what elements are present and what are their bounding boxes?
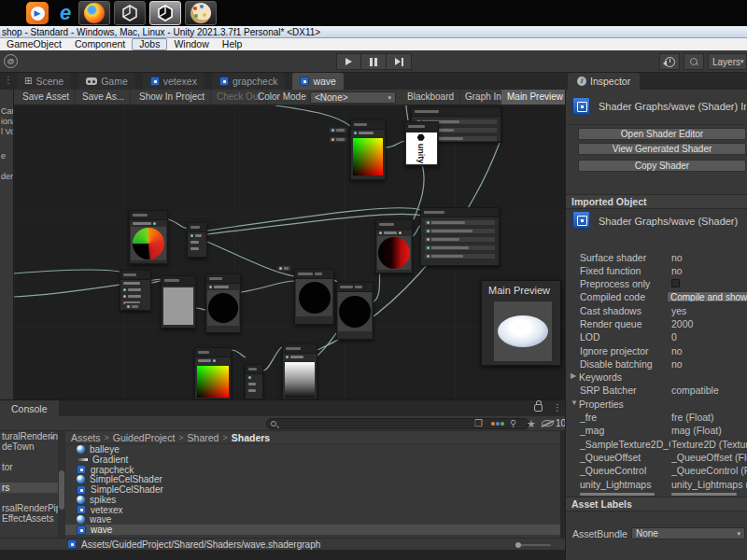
menu-item-component[interactable]: Component — [68, 38, 132, 50]
editor-tab-row: ⋮ ⊞SceneGamevetexexgrapcheckwave i Inspe… — [0, 73, 747, 90]
unity-hub-icon[interactable] — [114, 1, 146, 25]
open-shader-editor-button[interactable]: Open Shader Editor — [578, 128, 746, 140]
menu-item-gameobject[interactable]: GameObject — [0, 38, 68, 50]
label-filter-icon[interactable]: ⚲ — [510, 418, 516, 428]
copy-shader-button[interactable]: Copy Shader — [578, 160, 746, 172]
graph-port-pill[interactable] — [329, 136, 347, 143]
compile-and-show-code-button[interactable]: Compile and show c — [667, 291, 747, 302]
bottom-strip — [0, 550, 565, 560]
menu-item-window[interactable]: Window — [167, 38, 215, 50]
breadcrumb-item-assets[interactable]: Assets — [71, 432, 101, 443]
graph-node-gray-preview[interactable] — [161, 275, 196, 329]
panel-menu-icon[interactable]: ⋮ — [4, 75, 13, 85]
graph-node-master-fragment[interactable] — [420, 207, 500, 266]
graph-node-polar-coordinates[interactable] — [129, 210, 168, 264]
view-generated-shader-button[interactable]: View Generated Shader — [578, 143, 746, 155]
open-window-icon[interactable]: ❐ — [474, 418, 483, 428]
foldout-label[interactable]: Keywords — [579, 371, 669, 383]
tab-inspector[interactable]: i Inspector — [568, 73, 640, 90]
inspector-row-disable-batching: Disable batchingno — [566, 357, 747, 370]
material-icon — [77, 475, 85, 483]
shader-asset-icon — [572, 211, 590, 229]
breadcrumb-item-guidedproject[interactable]: GuidedProject — [113, 432, 176, 443]
graph-node-circle-1[interactable] — [205, 273, 241, 333]
pause-button[interactable] — [361, 53, 387, 70]
file-row-spikes[interactable]: spikes — [65, 495, 560, 505]
breadcrumb-item-shared[interactable]: Shared — [188, 432, 219, 443]
foldout-open-icon[interactable]: ▼ — [571, 399, 578, 407]
play-button[interactable] — [336, 53, 361, 70]
main-preview-button[interactable]: Main Preview — [501, 90, 570, 105]
tree-item-effectassets[interactable]: EffectAssets — [0, 513, 58, 524]
unity-editor-active-icon[interactable] — [149, 1, 181, 25]
file-row-gradient[interactable]: Gradient — [65, 455, 560, 465]
assetbundle-dropdown[interactable]: None▾ — [631, 527, 745, 539]
color-mode-dropdown[interactable]: <None>▾ — [310, 91, 396, 104]
tree-item-tor[interactable]: tor — [0, 462, 58, 472]
tree-scrollbar[interactable] — [58, 431, 65, 547]
save-asset-button[interactable]: Save Asset — [17, 90, 76, 105]
internet-explorer-icon[interactable]: e — [54, 2, 77, 24]
main-preview-panel[interactable]: Main Preview — [481, 280, 561, 366]
shadergraph-icon — [150, 77, 160, 86]
clipped-label: Can — [1, 106, 14, 116]
graph-port-pill[interactable] — [329, 127, 347, 133]
tree-item-rs[interactable]: rs — [0, 483, 58, 493]
history-button[interactable] — [659, 53, 680, 70]
favorites-star-icon[interactable]: ★ — [527, 418, 536, 430]
layers-dropdown[interactable]: Layers▾ — [708, 53, 747, 70]
property-label: _QueueControl — [580, 465, 670, 476]
graph-node-texture-unity-logo[interactable]: unity — [404, 121, 439, 166]
file-row-simplecelshader[interactable]: SimpleCelShader — [65, 484, 560, 495]
account-icon[interactable]: @ — [4, 54, 18, 68]
tab-wave[interactable]: wave — [292, 73, 344, 90]
inspector-row-fixed-function: Fixed functionno — [566, 263, 747, 276]
step-button[interactable] — [387, 53, 412, 70]
graph-node-red-circle[interactable] — [375, 219, 413, 273]
file-row-balleye[interactable]: balleye — [65, 444, 560, 455]
tab-vetexex[interactable]: vetexex — [143, 73, 204, 90]
file-row-vetexex[interactable]: vetexex — [65, 505, 560, 515]
tab-grapcheck[interactable]: grapcheck — [212, 73, 285, 90]
graph-node-split-2[interactable] — [245, 364, 263, 399]
asset-filter-icon[interactable] — [491, 422, 504, 426]
foldout-collapsed-icon[interactable]: ▶ — [571, 371, 576, 380]
paint-app-icon[interactable] — [185, 1, 217, 25]
show-in-project-button[interactable]: Show In Project — [134, 90, 211, 105]
firefox-icon[interactable] — [78, 1, 110, 25]
tab-console[interactable]: Console — [0, 400, 59, 417]
graph-node-split[interactable] — [187, 222, 207, 258]
breadcrumb-item-shaders[interactable]: Shaders — [232, 432, 270, 443]
save-as-button[interactable]: Save As... — [77, 90, 131, 105]
graph-node-white-gradient[interactable] — [282, 343, 317, 399]
graph-node-circle-3[interactable] — [336, 282, 374, 340]
property-value: no — [671, 358, 747, 370]
tree-item-rsalrenderpipe[interactable]: rsalRenderPipe — [0, 503, 58, 513]
hidden-items-icon[interactable] — [542, 419, 554, 427]
file-row-wave[interactable]: wave — [65, 515, 560, 525]
graph-node-uv-top[interactable] — [350, 119, 386, 180]
project-folder-tree[interactable]: turalRenderingdeTowntorrsrsalRenderPipeE… — [0, 431, 58, 547]
graph-port-pill[interactable] — [124, 303, 141, 310]
project-search-input[interactable] — [266, 418, 529, 429]
graph-node-circle-2[interactable] — [294, 269, 334, 325]
graph-port-pill[interactable] — [276, 265, 291, 272]
file-row-simplecelshader[interactable]: SimpleCelShader — [65, 474, 560, 484]
file-row-grapcheck[interactable]: grapcheck — [65, 465, 560, 475]
graph-node-uv-bottom[interactable] — [194, 347, 232, 399]
search-button[interactable] — [684, 53, 704, 70]
blackboard-button[interactable]: Blackboard — [402, 90, 460, 105]
tree-item-detown[interactable]: deTown — [0, 441, 58, 452]
foldout-label[interactable]: Properties — [579, 399, 669, 410]
menu-item-jobs[interactable]: Jobs — [132, 38, 167, 50]
menu-item-help[interactable]: Help — [216, 38, 249, 50]
tab-scene[interactable]: ⊞Scene — [17, 73, 71, 90]
media-player-icon[interactable]: ▶ — [26, 2, 49, 24]
checkbox[interactable] — [671, 279, 680, 287]
file-row-wave[interactable]: wave — [65, 525, 560, 535]
tab-game[interactable]: Game — [78, 73, 135, 90]
lock-icon[interactable] — [534, 404, 543, 412]
console-menu-icon[interactable]: ⋮ — [553, 402, 562, 413]
thumbnail-size-slider[interactable] — [515, 544, 551, 546]
shadergraph-icon — [77, 525, 86, 535]
